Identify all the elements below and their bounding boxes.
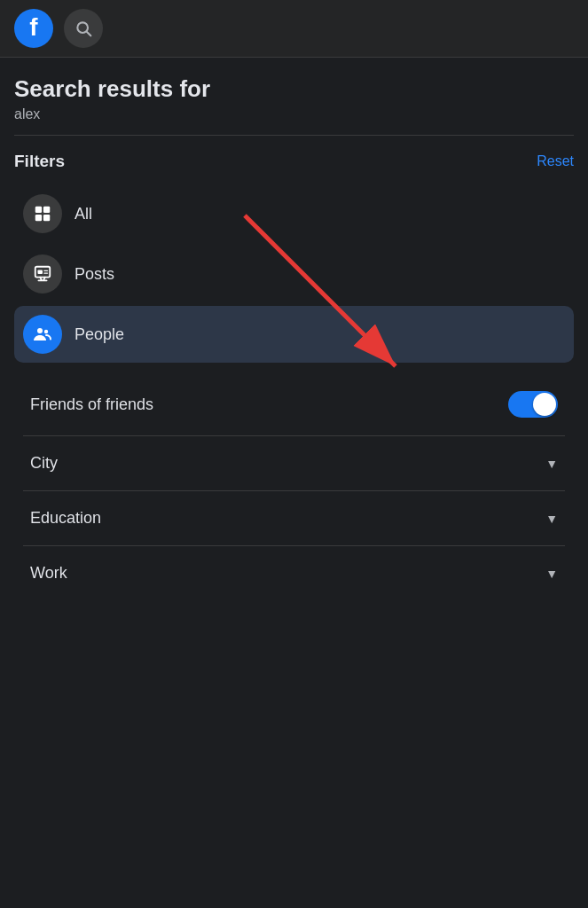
people-filter-label: People	[74, 325, 124, 344]
main-content: Search results for alex Filters Reset Al…	[0, 58, 588, 600]
toggle-thumb	[533, 393, 556, 416]
people-icon-circle	[23, 315, 62, 354]
work-row[interactable]: Work ▼	[23, 546, 565, 600]
filters-title: Filters	[14, 152, 65, 171]
search-button[interactable]	[64, 9, 103, 48]
city-label: City	[30, 454, 58, 473]
posts-icon-circle	[23, 254, 62, 294]
app-header: f	[0, 0, 588, 58]
all-filter-label: All	[74, 205, 92, 223]
friends-of-friends-toggle[interactable]	[508, 391, 558, 418]
posts-filter-label: Posts	[74, 265, 114, 284]
friends-of-friends-row[interactable]: Friends of friends	[23, 373, 565, 436]
search-icon	[74, 20, 92, 37]
title-divider	[14, 135, 574, 136]
svg-point-11	[44, 330, 48, 333]
search-results-title: Search results for	[14, 75, 574, 103]
all-icon	[33, 204, 52, 223]
work-chevron-icon: ▼	[545, 567, 558, 581]
filters-header: Filters Reset	[14, 152, 574, 171]
education-row[interactable]: Education ▼	[23, 491, 565, 546]
svg-line-1	[87, 32, 91, 36]
filter-item-all[interactable]: All	[14, 185, 574, 242]
svg-rect-2	[35, 207, 42, 213]
work-label: Work	[30, 564, 67, 583]
svg-rect-3	[43, 207, 50, 213]
education-label: Education	[30, 509, 101, 528]
toggle-track	[508, 391, 558, 418]
search-query-text: alex	[14, 106, 574, 122]
people-icon	[32, 324, 53, 345]
reset-button[interactable]: Reset	[537, 153, 574, 169]
all-icon-circle	[23, 194, 62, 233]
sub-filters-section: Friends of friends City ▼ Education ▼ Wo…	[14, 366, 574, 600]
education-chevron-icon: ▼	[545, 512, 558, 526]
filter-item-people[interactable]: People	[14, 306, 574, 363]
posts-icon	[33, 264, 52, 284]
city-chevron-icon: ▼	[545, 457, 558, 471]
filter-item-posts[interactable]: Posts	[14, 246, 574, 302]
city-row[interactable]: City ▼	[23, 436, 565, 491]
svg-point-10	[37, 328, 43, 333]
svg-rect-7	[38, 270, 43, 274]
svg-rect-4	[35, 215, 42, 221]
facebook-logo: f	[14, 9, 53, 48]
friends-of-friends-label: Friends of friends	[30, 395, 153, 414]
svg-rect-5	[43, 215, 50, 221]
